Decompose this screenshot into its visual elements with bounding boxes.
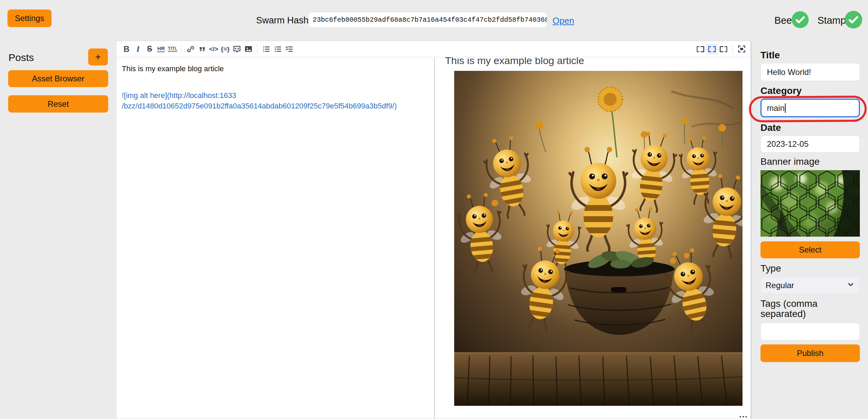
banner-photo (760, 170, 860, 237)
swarm-hash-label: Swarm Hash (256, 15, 309, 26)
comment-icon[interactable] (231, 44, 243, 55)
markdown-source-pane[interactable]: This is my example blog article ![img al… (116, 57, 435, 419)
italic-icon[interactable]: I (132, 44, 144, 55)
horizontal-rule-icon[interactable]: HR (155, 44, 167, 55)
banner-image-label: Banner image (760, 157, 860, 167)
bold-icon[interactable]: B (121, 44, 132, 55)
date-label: Date (760, 123, 860, 133)
editor-panes: This is my example blog article ![img al… (116, 57, 751, 419)
title-glyph: TITL (168, 46, 177, 52)
layout-side-by-side-icon[interactable] (706, 44, 718, 55)
bee-status-label: Bee (774, 15, 792, 26)
settings-button[interactable]: Settings (7, 9, 52, 27)
layout-editor-only-icon[interactable] (695, 44, 706, 55)
markdown-editor: B I S HR TITL ” </> {=} 123 (116, 41, 751, 419)
tags-label: Tags (comma separated) (760, 299, 860, 319)
swarm-hash-input[interactable]: 23bc6feb80055b29adf68a8c7b7a16a454f03c4f… (308, 12, 547, 28)
posts-heading: Posts (8, 52, 34, 63)
markdown-link-line2: /bzz/d1480d10652d975e091b2ffa0a35614abda… (122, 101, 427, 111)
quote-icon[interactable]: ” (196, 44, 208, 55)
svg-text:3: 3 (274, 50, 276, 52)
bee-check-icon (792, 11, 809, 28)
link-icon[interactable] (185, 44, 196, 55)
markdown-line: This is my example blog article (122, 63, 427, 74)
category-field-wrapper: main (760, 99, 860, 117)
preview-article-title: This is my example blog article (445, 57, 751, 66)
unordered-list-icon[interactable] (261, 44, 272, 55)
code-block-icon[interactable]: {=} (219, 44, 231, 55)
checklist-icon[interactable] (284, 44, 295, 55)
bees-illustration (454, 71, 742, 406)
preview-overflow-indicator: ... (739, 410, 748, 419)
title-icon[interactable]: TITL (167, 44, 178, 55)
markdown-link-line1: ![img alt here](http://localhost:1633 (122, 90, 427, 101)
markdown-image-link: ![img alt here](http://localhost:1633 /b… (122, 90, 427, 111)
inline-code-icon[interactable]: </> (208, 44, 219, 55)
fullscreen-icon[interactable] (736, 44, 747, 55)
strikethrough-icon[interactable]: S (144, 44, 155, 55)
image-icon[interactable] (243, 44, 254, 55)
open-link[interactable]: Open (553, 16, 574, 26)
select-banner-button[interactable]: Select (760, 241, 860, 258)
asset-browser-button[interactable]: Asset Browser (8, 70, 108, 87)
toolbar-separator (181, 45, 182, 54)
text-cursor (785, 103, 786, 113)
layout-preview-only-icon[interactable] (718, 44, 729, 55)
editor-toolbar: B I S HR TITL ” </> {=} 123 (116, 41, 751, 57)
post-settings-panel: Title Hello World! Category main Date 20… (751, 41, 868, 419)
ordered-list-icon[interactable]: 123 (272, 44, 284, 55)
preview-pane[interactable]: This is my example blog article (435, 57, 751, 419)
toolbar-separator (257, 45, 257, 54)
title-label: Title (760, 50, 860, 60)
toolbar-right-group (695, 44, 747, 55)
reset-button[interactable]: Reset (8, 95, 108, 113)
type-select[interactable]: Regular (760, 277, 860, 294)
title-input[interactable]: Hello World! (760, 63, 860, 81)
banner-image-thumbnail[interactable] (760, 170, 860, 237)
type-label: Type (760, 263, 860, 274)
hr-glyph: HR (157, 46, 165, 52)
preview-article-image (454, 71, 742, 406)
tags-input[interactable] (760, 323, 860, 340)
stamp-status-label: Stamp (817, 15, 846, 26)
add-post-button[interactable]: + (88, 48, 108, 65)
type-selected-value: Regular (766, 281, 794, 290)
date-input[interactable]: 2023-12-05 (760, 136, 860, 153)
toolbar-separator (732, 45, 733, 54)
category-value: main (767, 103, 785, 113)
category-label: Category (760, 86, 860, 96)
publish-button[interactable]: Publish (760, 344, 860, 362)
category-input[interactable]: main (760, 99, 860, 117)
chevron-down-icon (847, 280, 855, 291)
stamp-check-icon (845, 11, 862, 28)
